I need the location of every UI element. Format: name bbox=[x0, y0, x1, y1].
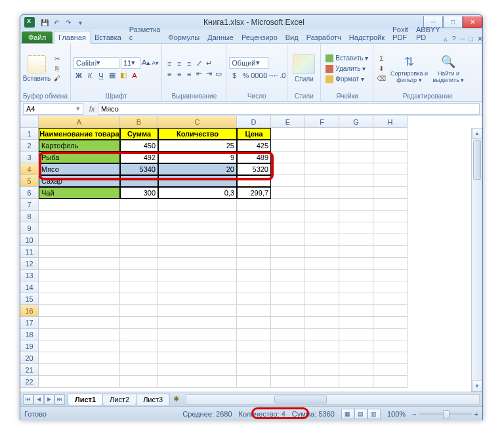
cell-D22[interactable] bbox=[237, 376, 271, 388]
row-header-5[interactable]: 5 bbox=[20, 175, 39, 187]
cell-B8[interactable] bbox=[120, 211, 158, 222]
sort-filter-button[interactable]: ⇅ Сортировка и фильтр ▾ bbox=[389, 45, 429, 92]
cell-A18[interactable] bbox=[39, 329, 120, 340]
cell-H17[interactable] bbox=[373, 317, 408, 329]
clear-icon[interactable]: ⌫ bbox=[376, 74, 387, 83]
border-icon[interactable]: ▦ bbox=[107, 70, 117, 81]
cell-C7[interactable] bbox=[158, 199, 237, 211]
row-header-14[interactable]: 14 bbox=[20, 281, 39, 293]
row-header-4[interactable]: 4 bbox=[20, 163, 39, 175]
cell-D10[interactable] bbox=[237, 234, 271, 246]
cell-B18[interactable] bbox=[120, 329, 158, 340]
cell-F1[interactable] bbox=[305, 128, 339, 140]
cell-D7[interactable] bbox=[237, 199, 271, 211]
cell-G16[interactable] bbox=[339, 305, 373, 317]
doc-restore-icon[interactable]: □ bbox=[469, 35, 473, 43]
row-header-8[interactable]: 8 bbox=[20, 211, 39, 222]
shrink-font-icon[interactable]: A▾ bbox=[152, 60, 159, 66]
cell-D8[interactable] bbox=[237, 211, 271, 222]
zoom-track[interactable] bbox=[419, 413, 472, 415]
page-break-icon[interactable]: ▥ bbox=[368, 409, 381, 419]
cell-E13[interactable] bbox=[271, 270, 305, 281]
qat-more-icon[interactable]: ▾ bbox=[75, 18, 85, 27]
cell-G19[interactable] bbox=[339, 340, 373, 352]
vertical-scrollbar[interactable]: ▲ ▼ bbox=[471, 128, 482, 392]
cell-G21[interactable] bbox=[339, 364, 373, 376]
cell-H1[interactable] bbox=[373, 128, 408, 140]
cell-A12[interactable] bbox=[39, 258, 120, 270]
font-color-icon[interactable]: A bbox=[129, 70, 140, 81]
tab-view[interactable]: Вид bbox=[282, 31, 303, 43]
cell-F7[interactable] bbox=[305, 199, 339, 211]
cell-D6[interactable]: 299,7 bbox=[237, 187, 271, 199]
cell-F12[interactable] bbox=[305, 258, 339, 270]
cell-G12[interactable] bbox=[339, 258, 373, 270]
bold-icon[interactable]: Ж bbox=[74, 70, 84, 81]
cell-A21[interactable] bbox=[39, 364, 120, 376]
cell-E3[interactable] bbox=[271, 152, 305, 163]
tab-insert[interactable]: Вставка bbox=[91, 31, 125, 43]
cell-C5[interactable] bbox=[158, 175, 237, 187]
cell-B21[interactable] bbox=[120, 364, 158, 376]
help-icon[interactable]: ? bbox=[452, 35, 455, 43]
cell-F18[interactable] bbox=[305, 329, 339, 340]
cell-B10[interactable] bbox=[120, 234, 158, 246]
cell-B16[interactable] bbox=[120, 305, 158, 317]
cell-F20[interactable] bbox=[305, 352, 339, 364]
align-bottom-icon[interactable]: ≡ bbox=[184, 59, 194, 68]
cell-B20[interactable] bbox=[120, 352, 158, 364]
cell-C1[interactable]: Количество bbox=[158, 128, 237, 140]
cell-F5[interactable] bbox=[305, 175, 339, 187]
cell-C22[interactable] bbox=[158, 376, 237, 388]
cell-E15[interactable] bbox=[271, 293, 305, 305]
scroll-up-icon[interactable]: ▲ bbox=[472, 128, 482, 139]
cell-grid[interactable]: Наименование товараСуммаКоличествоЦенаКа… bbox=[39, 128, 408, 388]
zoom-out-icon[interactable]: − bbox=[412, 410, 416, 418]
cell-D16[interactable] bbox=[237, 305, 271, 317]
cell-E6[interactable] bbox=[271, 187, 305, 199]
cell-G7[interactable] bbox=[339, 199, 373, 211]
cell-E11[interactable] bbox=[271, 246, 305, 258]
cell-C8[interactable] bbox=[158, 211, 237, 222]
qat-save-icon[interactable]: 💾 bbox=[40, 18, 49, 27]
cell-G15[interactable] bbox=[339, 293, 373, 305]
cell-C9[interactable] bbox=[158, 222, 237, 234]
cell-A22[interactable] bbox=[39, 376, 120, 388]
cell-A20[interactable] bbox=[39, 352, 120, 364]
cell-E8[interactable] bbox=[271, 211, 305, 222]
formula-input[interactable]: Мясо bbox=[98, 103, 480, 115]
cell-D3[interactable]: 489 bbox=[237, 152, 271, 163]
cell-B7[interactable] bbox=[120, 199, 158, 211]
cell-G5[interactable] bbox=[339, 175, 373, 187]
underline-icon[interactable]: Ч bbox=[96, 70, 106, 81]
cell-D11[interactable] bbox=[237, 246, 271, 258]
cell-C17[interactable] bbox=[158, 317, 237, 329]
cell-A16[interactable] bbox=[39, 305, 120, 317]
row-header-12[interactable]: 12 bbox=[20, 258, 39, 270]
styles-button[interactable]: Стили bbox=[290, 45, 318, 92]
indent-dec-icon[interactable]: ⇤ bbox=[194, 70, 203, 79]
cell-D9[interactable] bbox=[237, 222, 271, 234]
cell-G4[interactable] bbox=[339, 163, 373, 175]
scroll-down-icon[interactable]: ▼ bbox=[472, 380, 482, 392]
tab-formulas[interactable]: Формулы bbox=[164, 31, 203, 43]
cell-C2[interactable]: 25 bbox=[158, 140, 237, 152]
tab-data[interactable]: Данные bbox=[203, 31, 238, 43]
cell-E21[interactable] bbox=[271, 364, 305, 376]
cell-C20[interactable] bbox=[158, 352, 237, 364]
cell-B22[interactable] bbox=[120, 376, 158, 388]
cell-H8[interactable] bbox=[373, 211, 408, 222]
sheet-prev-icon[interactable]: ◀ bbox=[33, 394, 44, 405]
tab-developer[interactable]: Разработч bbox=[303, 31, 345, 43]
cell-A4[interactable]: Мясо bbox=[39, 163, 120, 175]
cell-B6[interactable]: 300 bbox=[120, 187, 158, 199]
col-header-D[interactable]: D bbox=[237, 116, 271, 128]
cell-C15[interactable] bbox=[158, 293, 237, 305]
cell-C3[interactable]: 9 bbox=[158, 152, 237, 163]
cell-A14[interactable] bbox=[39, 281, 120, 293]
cell-C19[interactable] bbox=[158, 340, 237, 352]
cell-G9[interactable] bbox=[339, 222, 373, 234]
cell-A10[interactable] bbox=[39, 234, 120, 246]
cell-E18[interactable] bbox=[271, 329, 305, 340]
cell-G13[interactable] bbox=[339, 270, 373, 281]
